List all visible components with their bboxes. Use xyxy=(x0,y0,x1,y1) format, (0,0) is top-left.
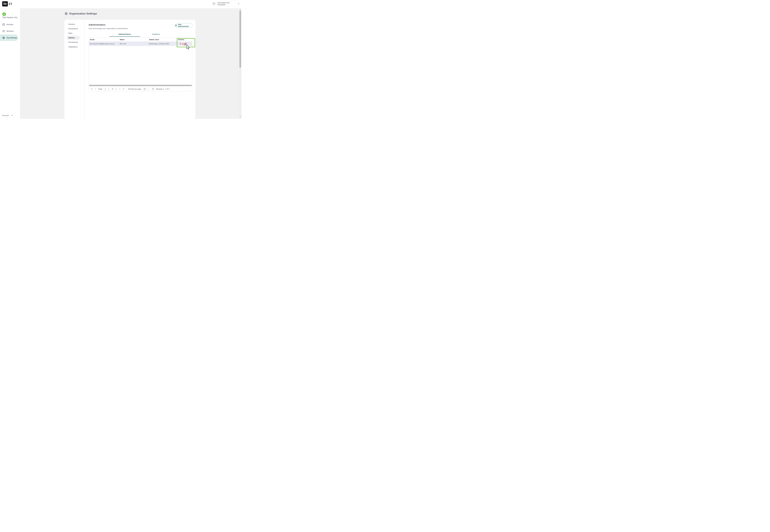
table-horizontal-scrollbar[interactable] xyxy=(89,85,192,86)
page-spinner: ▲ ▼ xyxy=(107,88,110,90)
chevron-left-icon xyxy=(95,88,96,90)
new-administrator-button[interactable]: New administrator xyxy=(175,23,193,28)
new-administrator-label: New administrator xyxy=(178,24,192,27)
sidebar: Test Partner 101 Activities Members xyxy=(0,0,20,121)
page-title-row: Organisation Settings xyxy=(64,12,97,15)
doit-logo-square: Do xyxy=(2,1,8,6)
column-header-email: Email xyxy=(89,38,119,42)
account-label: Account xyxy=(2,115,9,116)
doit-logo: Do IT xyxy=(2,1,12,6)
cell-email: ben.bryant+test@fareshare.org.uk xyxy=(89,42,119,46)
refresh-icon xyxy=(152,88,154,90)
mountains-icon xyxy=(3,13,6,16)
chevron-right-icon xyxy=(119,88,121,90)
question-mark: ? xyxy=(213,3,214,5)
account-menu[interactable]: Account xyxy=(2,115,13,116)
first-page-icon xyxy=(91,88,93,90)
page-label: Page xyxy=(98,88,102,90)
top-header: Do IT ? Test Partner 101 ecosystem xyxy=(0,0,241,8)
next-page-button[interactable] xyxy=(119,88,121,90)
previous-page-button[interactable] xyxy=(95,88,96,90)
sidebar-item-label: Org Settings xyxy=(6,37,17,39)
last-page-icon xyxy=(123,88,124,90)
showing-summary: Showing 1 - 1 of 1 xyxy=(156,88,169,90)
settings-nav-general[interactable]: General xyxy=(64,22,84,26)
plus-circle-icon xyxy=(175,24,177,26)
of-label: of xyxy=(112,88,113,90)
settings-nav-permissions[interactable]: Permissions xyxy=(64,40,84,44)
subnav-divider xyxy=(84,20,85,119)
column-header-actions: Actions xyxy=(177,38,192,42)
settings-nav-ecosystems[interactable]: Ecosystems xyxy=(64,27,84,31)
chevron-down-icon xyxy=(11,115,13,116)
table-row[interactable]: ben.bryant+test@fareshare.org.uk Ben Tes… xyxy=(89,42,192,46)
pagination-bar: Page ▲ ▼ of 1 Results per page 10 ▼ xyxy=(89,87,192,91)
first-page-button[interactable] xyxy=(91,88,93,90)
settings-nav-apps[interactable]: Apps xyxy=(64,31,84,35)
ecosystem-selector-label: Test Partner 101 ecosystem xyxy=(218,2,236,6)
admins-tabs: Administrators Invitations xyxy=(109,32,172,36)
scrollbar-thumb[interactable] xyxy=(239,10,241,68)
select-arrow-icon: ▼ xyxy=(147,89,148,89)
pager-divider xyxy=(150,88,151,90)
sidebar-item-members[interactable]: Members xyxy=(0,28,20,34)
ecosystem-selector[interactable]: Test Partner 101 ecosystem xyxy=(217,1,239,6)
org-avatar[interactable] xyxy=(2,12,6,16)
calendar-icon xyxy=(2,23,5,26)
administrators-table: Email Name Admin since Actions ben.bryan… xyxy=(89,37,192,91)
doit-logo-mark: Do xyxy=(3,2,7,5)
gear-icon xyxy=(64,12,68,15)
spinner-down-icon[interactable]: ▼ xyxy=(108,89,109,90)
last-page-button[interactable] xyxy=(123,88,124,90)
doit-logo-text: IT xyxy=(9,2,12,6)
scroll-down-icon[interactable]: ▼ xyxy=(239,116,241,117)
tab-invitations[interactable]: Invitations xyxy=(140,32,172,36)
results-per-page-label: Results per page xyxy=(128,88,141,90)
gear-icon xyxy=(2,36,5,39)
sidebar-item-org-settings[interactable]: Org Settings xyxy=(0,34,18,41)
cell-actions: Delete xyxy=(177,42,192,46)
delete-label: Delete xyxy=(182,43,186,45)
sidebar-org-name: Test Partner 101 xyxy=(2,16,18,19)
page-vertical-scrollbar[interactable]: ▲ ▼ xyxy=(239,8,241,119)
trash-icon xyxy=(179,43,181,45)
sidebar-item-label: Members xyxy=(6,30,14,32)
column-header-admin-since: Admin since xyxy=(148,38,177,42)
delete-button[interactable]: Delete xyxy=(179,43,186,45)
page-title: Organisation Settings xyxy=(69,12,97,15)
column-header-name: Name xyxy=(119,38,148,42)
sidebar-item-activities[interactable]: Activities xyxy=(0,21,20,28)
people-icon xyxy=(2,30,5,32)
settings-nav-integrations[interactable]: Integrations xyxy=(64,45,84,49)
results-per-page-value: 10 xyxy=(143,88,145,90)
panel-subtitle: View and manage your organisation's admi… xyxy=(89,28,128,29)
table-header-row: Email Name Admin since Actions xyxy=(89,38,192,42)
cell-name: Ben Test xyxy=(119,42,148,46)
settings-nav-admins[interactable]: Admins xyxy=(64,36,84,40)
scroll-up-icon[interactable]: ▲ xyxy=(239,9,241,10)
cell-admin-since: Wednesday, 13 March 2024 xyxy=(148,42,177,46)
tab-administrators[interactable]: Administrators xyxy=(109,32,140,36)
help-icon[interactable]: ? xyxy=(212,2,215,5)
page-number-input[interactable] xyxy=(104,88,107,90)
page-count: 1 xyxy=(116,88,117,90)
chevron-down-icon xyxy=(238,3,239,4)
page-horizontal-scrollbar-track[interactable] xyxy=(0,119,241,121)
refresh-button[interactable] xyxy=(152,88,154,90)
results-per-page-select[interactable]: 10 ▼ xyxy=(142,87,149,91)
page-number-stepper: ▲ ▼ xyxy=(104,87,110,91)
sidebar-item-label: Activities xyxy=(6,24,13,25)
settings-card: General Ecosystems Apps Admins Permissio… xyxy=(64,20,195,119)
panel-title: Administrators xyxy=(89,23,105,26)
